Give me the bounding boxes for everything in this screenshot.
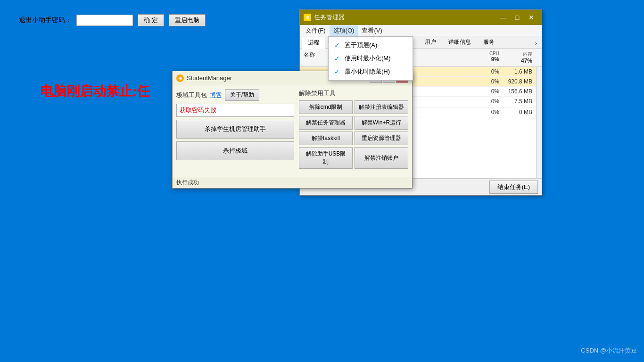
jiyou-label: 极域工具包 xyxy=(176,91,207,99)
tab-users[interactable]: 用户 xyxy=(419,36,442,48)
sm-left-panel: 极域工具包 博客 关于/帮助 杀掉学生机房管理助手 杀掉极域 xyxy=(176,89,294,173)
row3-mem: 156.6 MB xyxy=(503,87,536,96)
sm-app-icon: ◉ xyxy=(176,74,184,82)
confirm-button[interactable]: 确 定 xyxy=(138,14,164,26)
task-manager-titlebar: ⚙ 任务管理器 — □ ✕ xyxy=(300,10,542,25)
menu-options[interactable]: 选项(O) xyxy=(330,25,358,36)
tool-usb[interactable]: 解除助手USB限制 xyxy=(299,147,353,169)
menu-view[interactable]: 查看(V) xyxy=(358,25,386,36)
result-input[interactable] xyxy=(176,104,294,117)
password-input[interactable] xyxy=(76,15,133,26)
task-manager-title: 任务管理器 xyxy=(314,13,345,22)
row4-mem: 7.5 MB xyxy=(503,97,536,107)
blog-link[interactable]: 博客 xyxy=(210,91,222,99)
warning-text: 电脑刚启动禁止:任 xyxy=(40,82,150,100)
menu-file[interactable]: 文件(F) xyxy=(302,25,330,36)
maximize-button[interactable]: □ xyxy=(511,12,524,23)
row2-mem: 920.8 MB xyxy=(503,77,536,86)
check-icon: ✓ xyxy=(334,41,341,49)
row2-cpu: 0% xyxy=(470,77,503,86)
tool-logoff[interactable]: 解禁注销账户 xyxy=(355,147,408,169)
watermark: CSDN @小流汗黄豆 xyxy=(581,346,637,355)
titlebar-left: ⚙ 任务管理器 xyxy=(304,13,345,22)
row3-cpu: 0% xyxy=(470,87,503,96)
check-icon-2: ✓ xyxy=(334,55,341,62)
row1-cpu: 0% xyxy=(470,67,503,76)
sm-title: StudentManager xyxy=(187,74,232,82)
close-button[interactable]: ✕ xyxy=(525,12,538,23)
password-label: 退出小助手密码： xyxy=(19,16,72,25)
check-icon-3: ✓ xyxy=(334,68,341,75)
hide-on-minimize-item[interactable]: ✓ 最小化时隐藏(H) xyxy=(329,65,413,78)
minimize-button[interactable]: — xyxy=(496,12,510,23)
tools-grid: 解除cmd限制 解禁注册表编辑器 解禁任务管理器 解禁Win+R运行 解禁tas… xyxy=(299,100,408,169)
sm-toolbar: 极域工具包 博客 关于/帮助 xyxy=(176,89,294,101)
always-on-top-item[interactable]: ✓ 置于顶层(A) xyxy=(329,39,413,52)
row1-mem: 1.6 MB xyxy=(503,67,536,76)
scrollbar[interactable] xyxy=(536,67,542,178)
sm-status-bar: 执行成功 xyxy=(173,177,412,188)
desktop: 退出小助手密码： 确 定 重启电脑 电脑刚启动禁止:任 ⚙ 任务管理器 — □ … xyxy=(0,0,644,362)
col-mem-header[interactable]: 内存 47% xyxy=(503,50,536,65)
sm-body: 极域工具包 博客 关于/帮助 杀掉学生机房管理助手 杀掉极域 解除禁用工具 解除… xyxy=(173,85,412,177)
tab-process[interactable]: 进程 xyxy=(302,37,325,49)
student-manager-window: ◉ StudentManager — □ ✕ 极域工具包 博客 关于/帮助 杀掉… xyxy=(172,71,413,189)
kill-jiyou-btn[interactable]: 杀掉极域 xyxy=(176,141,294,160)
sm-right-panel: 解除禁用工具 解除cmd限制 解禁注册表编辑器 解禁任务管理器 解禁Win+R运… xyxy=(299,89,408,173)
top-bar: 退出小助手密码： 确 定 重启电脑 xyxy=(19,14,206,26)
tool-winr[interactable]: 解禁Win+R运行 xyxy=(355,116,408,130)
row5-cpu: 0% xyxy=(470,108,503,116)
minimize-on-use-item[interactable]: ✓ 使用时最小化(M) xyxy=(329,52,413,65)
tool-cmd[interactable]: 解除cmd限制 xyxy=(299,100,353,114)
row4-cpu: 0% xyxy=(470,97,503,107)
kill-student-btn[interactable]: 杀掉学生机房管理助手 xyxy=(176,120,294,139)
titlebar-controls: — □ ✕ xyxy=(496,12,538,23)
expand-arrow[interactable]: › xyxy=(532,39,540,48)
task-manager-menubar: 文件(F) 选项(O) 查看(V) ✓ 置于顶层(A) ✓ 使用时最小化(M) … xyxy=(300,25,542,36)
row5-mem: 0 MB xyxy=(503,108,536,116)
restart-button[interactable]: 重启电脑 xyxy=(169,14,206,26)
help-button[interactable]: 关于/帮助 xyxy=(225,89,259,101)
tool-taskkill[interactable]: 解禁taskkill xyxy=(299,132,353,145)
tool-restart-explorer[interactable]: 重启资源管理器 xyxy=(355,132,408,145)
status-text: 执行成功 xyxy=(176,179,199,187)
task-manager-icon: ⚙ xyxy=(304,14,311,21)
end-task-button[interactable]: 结束任务(E) xyxy=(489,181,538,194)
tab-services[interactable]: 服务 xyxy=(477,36,501,48)
sm-titlebar-left: ◉ StudentManager xyxy=(176,74,232,82)
tools-title: 解除禁用工具 xyxy=(299,89,408,98)
tool-taskmgr[interactable]: 解禁任务管理器 xyxy=(299,116,353,130)
tab-details[interactable]: 详细信息 xyxy=(442,36,477,48)
options-dropdown: ✓ 置于顶层(A) ✓ 使用时最小化(M) ✓ 最小化时隐藏(H) xyxy=(328,36,413,81)
tool-regedit[interactable]: 解禁注册表编辑器 xyxy=(355,100,408,114)
col-cpu-header[interactable]: CPU 9% xyxy=(470,50,503,65)
